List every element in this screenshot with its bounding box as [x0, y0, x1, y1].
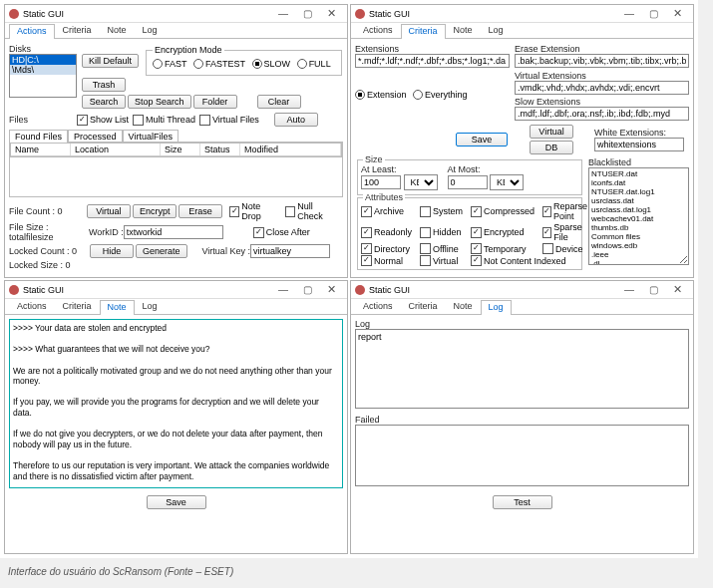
- chk-multi-thread[interactable]: Multi Thread: [133, 115, 195, 126]
- tab-criteria[interactable]: Criteria: [55, 23, 100, 38]
- db-btn[interactable]: DB: [530, 141, 573, 154]
- chk-note-drop[interactable]: Note Drop: [229, 201, 281, 221]
- col-modified[interactable]: Modified: [240, 144, 341, 155]
- titlebar[interactable]: Static GUI — ▢ ✕: [351, 281, 693, 299]
- tab-log[interactable]: Log: [481, 300, 512, 315]
- chk-notcontent[interactable]: Not Content Indexed: [471, 255, 589, 266]
- col-size[interactable]: Size: [161, 144, 200, 155]
- close-button[interactable]: ✕: [319, 7, 343, 21]
- tab-criteria[interactable]: Criteria: [401, 24, 446, 39]
- radio-everything[interactable]: Everything: [413, 90, 468, 100]
- radio-extension[interactable]: Extension: [355, 90, 407, 100]
- virtual-button[interactable]: Virtual: [87, 204, 131, 218]
- tab-note[interactable]: Note: [100, 300, 135, 315]
- col-status[interactable]: Status: [200, 144, 240, 155]
- close-button[interactable]: ✕: [319, 283, 343, 297]
- chk-encrypted[interactable]: Encrypted: [471, 222, 535, 242]
- tab-criteria[interactable]: Criteria: [401, 299, 446, 314]
- log-textbox[interactable]: report: [355, 329, 689, 409]
- tab-log[interactable]: Log: [135, 23, 166, 38]
- chk-compressed[interactable]: Compressed: [471, 201, 535, 221]
- radio-full[interactable]: FULL: [297, 59, 331, 69]
- clear-button[interactable]: Clear: [257, 95, 301, 109]
- tab-note[interactable]: Note: [100, 23, 135, 38]
- chk-virtual-files[interactable]: Virtual Files: [199, 115, 259, 126]
- close-button[interactable]: ✕: [665, 7, 689, 21]
- atleast-input[interactable]: [361, 175, 401, 189]
- minimize-button[interactable]: —: [271, 7, 295, 21]
- folder-button[interactable]: Folder: [193, 95, 237, 109]
- chk-system[interactable]: System: [420, 201, 463, 221]
- extensions-input[interactable]: [355, 54, 510, 68]
- radio-fast[interactable]: FAST: [153, 59, 187, 69]
- disk-item-selected[interactable]: HD|C:\: [10, 55, 76, 65]
- virtual-btn[interactable]: Virtual: [530, 125, 573, 139]
- chk-hidden[interactable]: Hidden: [420, 222, 463, 242]
- chk-virtual[interactable]: Virtual: [420, 255, 463, 266]
- test-button[interactable]: Test: [493, 495, 552, 509]
- chk-normal[interactable]: Normal: [361, 255, 412, 266]
- erase-ext-input[interactable]: [515, 54, 689, 68]
- erase-button[interactable]: Erase: [178, 204, 222, 218]
- blacklist-box[interactable]: [588, 167, 689, 265]
- tab-note[interactable]: Note: [446, 299, 481, 314]
- atmost-input[interactable]: [448, 175, 488, 189]
- filetab-virtual[interactable]: VirtualFiles: [123, 130, 178, 143]
- chk-temporary[interactable]: Temporary: [471, 243, 535, 254]
- maximize-button[interactable]: ▢: [295, 7, 319, 21]
- filetab-found[interactable]: Found Files: [9, 130, 68, 143]
- tab-actions[interactable]: Actions: [355, 23, 401, 38]
- tab-log[interactable]: Log: [481, 23, 512, 38]
- workid-input[interactable]: [124, 225, 223, 239]
- tab-note[interactable]: Note: [446, 23, 481, 38]
- chk-directory[interactable]: Directory: [361, 243, 412, 254]
- chk-close-after[interactable]: Close After: [253, 227, 310, 238]
- chk-archive[interactable]: Archive: [361, 201, 412, 221]
- note-save-button[interactable]: Save: [147, 495, 206, 509]
- radio-slow[interactable]: SLOW: [252, 59, 291, 69]
- radio-fastest[interactable]: FASTEST: [193, 59, 245, 69]
- chk-show-list[interactable]: Show List: [77, 115, 129, 126]
- encrypt-button[interactable]: Encrypt: [133, 204, 177, 218]
- chk-offline[interactable]: Offline: [420, 243, 463, 254]
- virtual-key-input[interactable]: [250, 244, 330, 258]
- white-ext-input[interactable]: [594, 138, 684, 151]
- search-button[interactable]: Search: [82, 95, 126, 109]
- atmost-unit[interactable]: KB: [490, 174, 524, 190]
- col-name[interactable]: Name: [11, 144, 71, 155]
- chk-reparse[interactable]: Reparse Point: [542, 201, 589, 221]
- titlebar[interactable]: Static GUI — ▢ ✕: [351, 5, 693, 23]
- atleast-unit[interactable]: KB: [404, 174, 438, 190]
- slow-ext-input[interactable]: [515, 107, 689, 121]
- tab-log[interactable]: Log: [135, 299, 166, 314]
- tab-actions[interactable]: Actions: [355, 299, 401, 314]
- minimize-button[interactable]: —: [617, 283, 641, 297]
- maximize-button[interactable]: ▢: [295, 283, 319, 297]
- minimize-button[interactable]: —: [271, 283, 295, 297]
- kill-default-button[interactable]: Kill Default: [82, 54, 139, 68]
- stop-search-button[interactable]: Stop Search: [128, 95, 191, 109]
- chk-readonly[interactable]: Readonly: [361, 222, 412, 242]
- filetab-processed[interactable]: Processed: [68, 130, 123, 143]
- titlebar[interactable]: Static GUI — ▢ ✕: [5, 5, 347, 23]
- disk-item[interactable]: \Mds\: [10, 65, 76, 75]
- auto-button[interactable]: Auto: [274, 113, 318, 127]
- tab-actions[interactable]: Actions: [9, 24, 55, 39]
- chk-device[interactable]: Device: [542, 243, 589, 254]
- titlebar[interactable]: Static GUI — ▢ ✕: [5, 281, 347, 299]
- close-button[interactable]: ✕: [665, 283, 689, 297]
- hide-button[interactable]: Hide: [90, 244, 134, 258]
- disks-listbox[interactable]: HD|C:\ \Mds\: [9, 54, 77, 98]
- maximize-button[interactable]: ▢: [641, 7, 665, 21]
- failed-textbox[interactable]: [355, 425, 689, 486]
- minimize-button[interactable]: —: [617, 7, 641, 21]
- files-table[interactable]: Name Location Size Status Modified: [9, 142, 343, 197]
- maximize-button[interactable]: ▢: [641, 283, 665, 297]
- generate-button[interactable]: Generate: [136, 244, 187, 258]
- chk-sparse[interactable]: Sparse File: [542, 222, 589, 242]
- ransom-note-textarea[interactable]: [9, 319, 343, 488]
- save-button[interactable]: Save: [456, 133, 508, 147]
- virt-ext-input[interactable]: [515, 81, 689, 95]
- col-location[interactable]: Location: [71, 144, 161, 155]
- tab-actions[interactable]: Actions: [9, 299, 55, 314]
